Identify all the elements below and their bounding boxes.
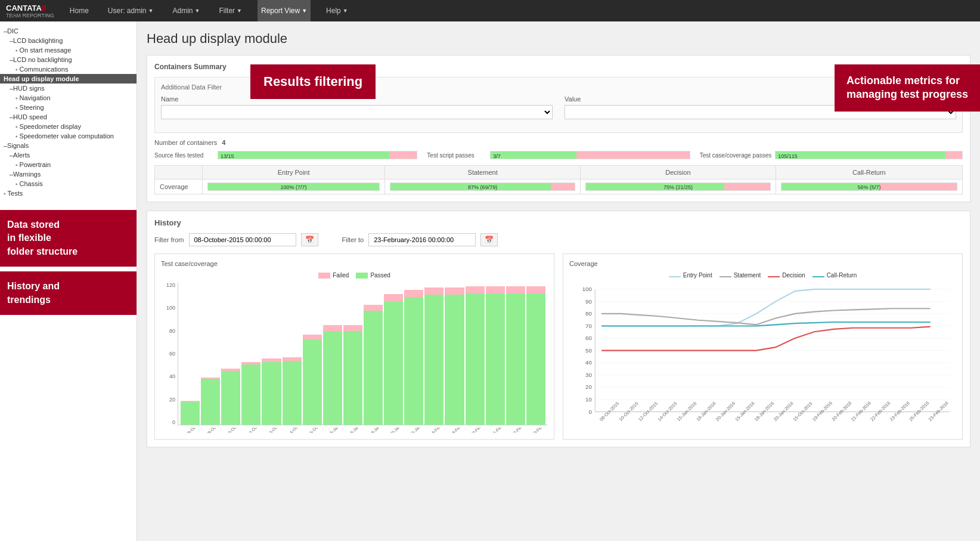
sidebar-item-head-up[interactable]: Head up display module (0, 74, 137, 84)
svg-text:10: 10 (585, 396, 592, 403)
bar-pass (384, 301, 403, 425)
bar-pass (424, 295, 444, 425)
svg-text:22-Feb-2016: 22-Feb-2016 (869, 400, 891, 422)
nav-filter[interactable]: Filter▼ (215, 0, 246, 21)
bar-pass (303, 339, 322, 425)
svg-text:20-Jan-2016: 20-Jan-2016 (715, 401, 736, 422)
sidebar-item-dic[interactable]: –DIC (0, 26, 137, 36)
x-label-2: 10-Oct (224, 428, 240, 433)
filter-from-group: Filter from 📅 (154, 233, 318, 246)
bar-fail (424, 287, 444, 295)
legend-callreturn-label: Call-Return (827, 272, 857, 279)
svg-text:50: 50 (585, 347, 592, 354)
line-chart-title: Coverage (569, 260, 956, 267)
bar-pass (262, 362, 281, 425)
sidebar-item-signals[interactable]: –Signals (0, 141, 137, 150)
x-label-0: 08-Oct (183, 428, 200, 433)
filter-to-calendar[interactable]: 📅 (480, 233, 498, 246)
x-label-11: 21-Jan (407, 428, 424, 433)
line-decision (601, 327, 931, 351)
sidebar-item-tests[interactable]: ▪ Tests (0, 188, 137, 198)
x-axis-labels: 08-Oct09-Oct10-Oct12-Oct13-Oct14-Oct15-O… (161, 428, 548, 433)
svg-text:100: 100 (582, 286, 593, 292)
legend-entry-color (669, 276, 681, 277)
filter-from-calendar[interactable]: 📅 (301, 233, 318, 246)
bar-col-4 (262, 358, 281, 425)
sidebar-item-speedo-display[interactable]: ▪ Speedometer display (0, 122, 137, 131)
sidebar-item-steering[interactable]: ▪ Steering (0, 103, 137, 112)
svg-text:15-Jan-2016: 15-Jan-2016 (676, 401, 697, 422)
nav-admin[interactable]: Admin▼ (169, 0, 203, 21)
bar-col-17 (526, 286, 545, 425)
nav-user[interactable]: User: admin▼ (104, 0, 157, 21)
svg-text:20-Feb-2016: 20-Feb-2016 (831, 400, 853, 422)
source-files-label: Source files tested (154, 152, 214, 159)
nav-help[interactable]: Help▼ (322, 0, 352, 21)
main-layout: –DIC –LCD backlighting ▪ On start messag… (0, 21, 980, 541)
bar-col-13 (445, 287, 464, 425)
svg-text:70: 70 (585, 323, 592, 329)
history-title: History (154, 218, 963, 227)
bar-col-15 (486, 286, 505, 425)
nav-home[interactable]: Home (66, 0, 92, 21)
bar-pass (241, 364, 260, 425)
bars-container (178, 282, 548, 425)
legend-passed-color (356, 273, 368, 279)
x-label-10: 20-Jan (386, 428, 403, 433)
bar-col-0 (181, 401, 200, 425)
sidebar-item-lcd-back[interactable]: –LCD backlighting (0, 36, 137, 45)
bar-fail (486, 286, 505, 293)
sidebar-item-speedo-comp[interactable]: ▪ Speedometer value computation (0, 131, 137, 141)
bar-pass (364, 311, 383, 425)
bar-col-9 (364, 305, 383, 425)
coverage-col-callreturn: Call-Return (776, 166, 962, 180)
app-logo: CANTATAII TEAM REPORTING (6, 4, 54, 18)
filter-to-input[interactable] (368, 233, 476, 246)
bar-pass (181, 402, 200, 425)
sidebar-item-chassis[interactable]: ▪ Chassis (0, 179, 137, 188)
coverage-entry-cell: 100% (7/7) (203, 180, 385, 194)
legend-decision: Decision (768, 272, 805, 279)
coverage-callreturn-cell: 56% (5/7) (776, 180, 962, 194)
nav-report-view[interactable]: Report View▼ (258, 0, 311, 21)
svg-text:18-Jan-2016: 18-Jan-2016 (753, 401, 775, 422)
filter-to-group: Filter to 📅 (342, 233, 498, 246)
legend-decision-label: Decision (782, 272, 805, 279)
coverage-col-label (155, 166, 203, 180)
promo-data-stored: Data stored in flexible folder structure (0, 210, 137, 267)
svg-text:30: 30 (585, 372, 592, 378)
legend-decision-color (768, 276, 780, 277)
sidebar-item-navigation[interactable]: ▪ Navigation (0, 93, 137, 103)
filter-name-select[interactable] (161, 105, 553, 119)
svg-text:21-Feb-2016: 21-Feb-2016 (850, 400, 872, 422)
metrics-bars-container: Source files tested 13/15 Test script pa… (154, 151, 963, 159)
sidebar-item-lcd-no[interactable]: –LCD no backlighting (0, 55, 137, 64)
bar-pass (506, 293, 525, 425)
bar-pass (466, 293, 485, 425)
svg-text:15-Jan-2016: 15-Jan-2016 (734, 401, 755, 422)
sidebar-item-alerts[interactable]: –Alerts (0, 150, 137, 160)
line-entry-point (601, 289, 931, 326)
x-label-9: 18-Jan (366, 428, 383, 433)
coverage-row-label: Coverage (155, 180, 203, 194)
sidebar-item-hud-signs[interactable]: –HUD signs (0, 84, 137, 93)
bar-chart-box: Test case/coverage Failed Passed (154, 254, 554, 440)
sidebar-item-on-start[interactable]: ▪ On start message (0, 45, 137, 55)
sidebar-item-warnings[interactable]: –Warnings (0, 169, 137, 179)
sidebar-item-hud-speed[interactable]: –HUD speed (0, 112, 137, 122)
date-filter-row: Filter from 📅 Filter to 📅 (154, 233, 963, 246)
sidebar-item-powertrain[interactable]: ▪ Powertrain (0, 160, 137, 169)
test-script-bar-red (576, 152, 690, 159)
logo-text: CANTATAII (6, 4, 46, 13)
line-callreturn (601, 322, 931, 326)
bar-col-14 (466, 286, 485, 425)
svg-text:40: 40 (585, 359, 592, 366)
filter-from-input[interactable] (189, 233, 296, 246)
bar-fail (506, 286, 525, 293)
legend-statement: Statement (720, 272, 761, 279)
bar-col-8 (343, 325, 362, 425)
coverage-col-decision: Decision (581, 166, 776, 180)
sidebar-item-communications[interactable]: ▪ Communications (0, 64, 137, 74)
bar-pass (404, 297, 423, 425)
source-files-bar-text: 13/15 (218, 153, 237, 159)
